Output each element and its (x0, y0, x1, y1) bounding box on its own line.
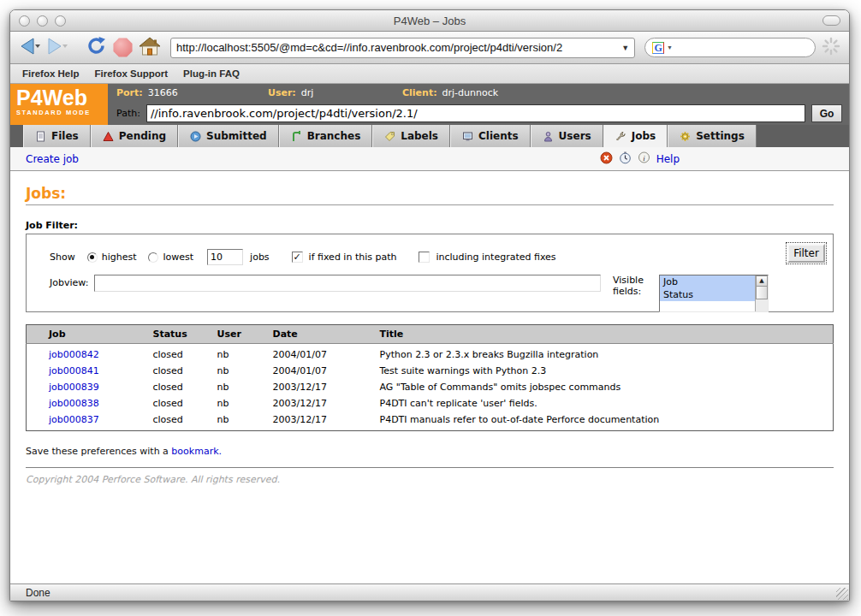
visible-fields-listbox[interactable]: JobStatus ▲ (659, 275, 769, 312)
show-label: Show (50, 252, 75, 263)
table-row: job000841closednb2004/01/07Test suite wa… (27, 363, 834, 379)
path-label: Path: (116, 108, 140, 119)
bookmark-firefox-support[interactable]: Firefox Support (94, 68, 168, 79)
home-icon (139, 36, 161, 60)
users-icon (543, 131, 554, 142)
save-preferences-line: Save these preferences with a bookmark. (26, 446, 834, 457)
info-icon[interactable]: i (638, 151, 650, 167)
status-bar: Done (10, 583, 849, 601)
jobs-table: JobStatusUserDateTitle job000842closednb… (26, 324, 834, 431)
clients-icon (462, 131, 473, 142)
back-button[interactable] (19, 36, 41, 60)
create-job-link[interactable]: Create job (26, 153, 79, 165)
go-button[interactable]: Go (811, 104, 842, 122)
stop-refresh-icon[interactable] (600, 151, 613, 167)
table-header-row: JobStatusUserDateTitle (27, 325, 834, 344)
toolbar-toggle-button[interactable] (822, 15, 840, 26)
table-row: job000837closednb2003/12/17P4DTI manuals… (27, 412, 834, 431)
column-header-job: Job (27, 325, 148, 344)
job-link[interactable]: job000838 (49, 398, 99, 409)
client-label: Client: (402, 87, 437, 98)
home-button[interactable] (139, 36, 161, 60)
column-header-date: Date (268, 325, 375, 344)
tab-submitted[interactable]: Submitted (178, 125, 279, 147)
page-content: Jobs: Job Filter: Show highest lowest jo… (10, 171, 849, 583)
job-link[interactable]: job000841 (49, 365, 99, 376)
submitted-icon (190, 131, 201, 142)
action-link-bar: Create job i Help (10, 147, 849, 171)
tab-clients[interactable]: Clients (450, 125, 531, 147)
highest-radio[interactable] (87, 252, 98, 263)
heading-rule (26, 204, 834, 205)
labels-icon (384, 131, 395, 142)
job-link[interactable]: job000839 (49, 382, 99, 393)
tab-branches[interactable]: Branches (279, 125, 373, 147)
url-dropdown-icon[interactable]: ▼ (621, 44, 629, 52)
bookmark-link[interactable]: bookmark. (171, 446, 222, 457)
forward-icon (47, 37, 69, 59)
jobs-label: jobs (250, 252, 270, 263)
column-header-user: User (212, 325, 268, 344)
tab-bar: Files Pending Submitted Branches Labels … (10, 125, 849, 147)
table-row: job000838closednb2003/12/17P4DTI can't r… (27, 395, 834, 412)
integrated-fixes-checkbox[interactable] (419, 252, 430, 263)
fixed-in-path-checkbox[interactable]: ✓ (292, 252, 303, 263)
jobs-icon (615, 131, 626, 142)
job-filter-panel: Show highest lowest jobs ✓ if fixed in t… (26, 234, 834, 312)
fixed-in-path-label[interactable]: if fixed in this path (309, 252, 397, 263)
search-engine-dropdown-icon[interactable]: ▼ (667, 44, 673, 50)
table-row: job000842closednb2004/01/07Python 2.3 or… (27, 344, 834, 364)
branches-icon (291, 131, 302, 142)
browser-window: P4Web – Jobs ▼ G ▼ Firefox Help Firefox … (9, 9, 850, 601)
footer-rule (26, 467, 834, 469)
integrated-fixes-label[interactable]: including integrated fixes (436, 252, 555, 263)
job-count-input[interactable] (207, 249, 243, 265)
lowest-label[interactable]: lowest (163, 252, 193, 263)
url-bar[interactable]: ▼ (170, 38, 635, 58)
listbox-option-status[interactable]: Status (660, 288, 755, 301)
scrollbar-thumb[interactable] (756, 287, 768, 299)
resize-grip[interactable] (836, 588, 848, 600)
port-value: 31666 (148, 87, 178, 98)
bookmark-plugin-faq[interactable]: Plug-in FAQ (183, 68, 240, 79)
settings-icon (680, 131, 691, 142)
files-icon (35, 131, 46, 142)
jobview-input[interactable] (94, 275, 601, 292)
highest-label[interactable]: highest (102, 252, 137, 263)
listbox-option-job[interactable]: Job (660, 275, 755, 288)
copyright-text: Copyright 2004 Perforce Software. All ri… (26, 474, 834, 485)
filter-button[interactable]: Filter (787, 244, 825, 263)
window-title: P4Web – Jobs (10, 15, 849, 27)
tab-settings[interactable]: Settings (668, 125, 757, 147)
path-input[interactable] (146, 104, 805, 122)
scroll-up-icon[interactable]: ▲ (756, 275, 768, 287)
p4web-header: P4Web STANDARD MODE Port:31666 User:drj … (10, 84, 849, 125)
page-title: Jobs: (26, 185, 834, 202)
stopwatch-icon[interactable] (619, 151, 632, 167)
job-link[interactable]: job000842 (49, 349, 99, 360)
title-bar: P4Web – Jobs (10, 10, 849, 32)
mode-label: STANDARD MODE (16, 109, 108, 116)
stop-button[interactable] (113, 36, 133, 60)
tab-jobs[interactable]: Jobs (603, 125, 668, 147)
client-value: drj-dunnock (442, 87, 499, 98)
help-link[interactable]: Help (656, 153, 680, 165)
forward-button[interactable] (47, 36, 69, 60)
pending-icon (103, 131, 114, 142)
tab-labels[interactable]: Labels (372, 125, 450, 147)
url-input[interactable] (176, 41, 618, 54)
tab-pending[interactable]: Pending (91, 125, 178, 147)
search-input[interactable] (675, 42, 808, 54)
bookmark-firefox-help[interactable]: Firefox Help (22, 68, 79, 79)
lowest-radio[interactable] (148, 252, 158, 263)
job-filter-label: Job Filter: (26, 220, 834, 231)
port-label: Port: (116, 87, 143, 98)
reload-button[interactable] (86, 36, 107, 60)
job-link[interactable]: job000837 (49, 414, 99, 425)
tab-users[interactable]: Users (531, 125, 603, 147)
status-text: Done (26, 587, 50, 599)
column-header-title: Title (375, 325, 834, 344)
search-box[interactable]: G ▼ (644, 38, 816, 57)
listbox-scrollbar[interactable]: ▲ (755, 275, 768, 311)
tab-files[interactable]: Files (23, 125, 91, 147)
